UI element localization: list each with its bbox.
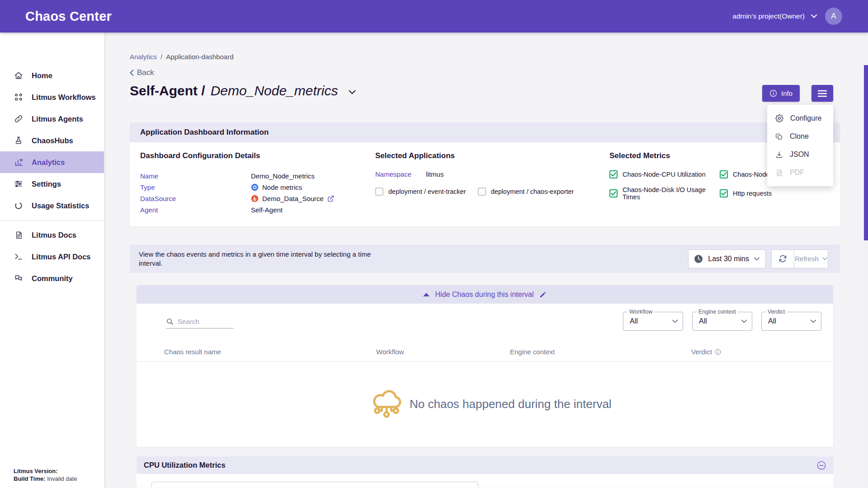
collapse-minus-icon[interactable]: [817, 461, 826, 470]
breadcrumb-analytics[interactable]: Analytics: [130, 53, 157, 61]
analytics-icon: [14, 157, 24, 167]
sidebar-item-usage-statistics[interactable]: Usage Statistics: [0, 195, 104, 216]
title-dashboard: Demo_Node_metrics: [211, 83, 338, 99]
copy-icon: [775, 133, 783, 141]
menu-item-label: Clone: [790, 132, 809, 141]
column-engine-context: Engine context: [510, 348, 691, 356]
info-button-label: Info: [781, 89, 793, 97]
checkbox-event-tracker[interactable]: deployment / event-tracker: [375, 188, 466, 196]
sidebar-item-home[interactable]: Home: [0, 65, 104, 86]
menu-item-label: PDF: [790, 169, 804, 177]
time-range-button[interactable]: Last 30 mins: [688, 249, 766, 268]
avatar[interactable]: A: [825, 8, 842, 25]
metric-checkbox-cpu-utilization[interactable]: Chaos-Node-CPU Utilization: [609, 170, 720, 178]
chevron-down-icon: [811, 14, 817, 18]
scrollbar-thumb[interactable]: [864, 65, 868, 240]
workflow-filter-value: All: [630, 317, 638, 325]
node-metrics-icon: [251, 183, 259, 191]
sidebar-item-label: Community: [32, 274, 73, 283]
config-row-name: Name Demo_Node_metrics: [140, 170, 375, 182]
file-icon: [775, 169, 783, 177]
configuration-title: Dashboard Configuration Details: [140, 151, 375, 160]
engine-context-filter-label: Engine context: [697, 309, 738, 315]
configuration-details: Dashboard Configuration Details Name Dem…: [140, 151, 375, 216]
pencil-icon[interactable]: [539, 291, 547, 298]
checkbox-unchecked: [478, 188, 486, 196]
prometheus-icon: [251, 195, 259, 202]
info-icon: [769, 89, 777, 97]
menu-item-pdf[interactable]: PDF: [767, 164, 833, 182]
community-icon: [14, 273, 24, 283]
sidebar-item-label: Litmus Docs: [32, 231, 76, 239]
metric-checkbox-disk-io-times[interactable]: Chaos-Node-Disk I/O Usage Times: [609, 186, 720, 201]
refresh-interval-button[interactable]: Refresh: [794, 250, 828, 268]
build-time-label: Build Time:: [14, 475, 46, 482]
sidebar-item-label: Settings: [32, 180, 61, 188]
sidebar-item-label: Litmus Agents: [32, 115, 83, 123]
chevron-down-icon: [754, 257, 760, 261]
home-icon: [14, 70, 24, 80]
breadcrumb: Analytics / Application-dashboard: [130, 53, 840, 61]
menu-item-json[interactable]: JSON: [767, 145, 833, 164]
hide-chaos-toggle[interactable]: Hide Chaos during this interval: [137, 285, 833, 304]
more-options-button[interactable]: [811, 85, 833, 102]
sidebar-item-label: Home: [32, 71, 52, 80]
sidebar-item-analytics[interactable]: Analytics: [0, 151, 104, 173]
breadcrumb-separator: /: [160, 53, 162, 61]
menu-item-label: Configure: [790, 114, 821, 122]
project-name: admin's project(Owner): [732, 12, 805, 20]
workflow-filter-select[interactable]: Workflow All: [623, 312, 683, 331]
hide-chaos-label: Hide Chaos during this interval: [435, 291, 534, 299]
sidebar-item-label: ChaosHubs: [32, 136, 73, 145]
menu-item-clone[interactable]: Clone: [767, 127, 833, 145]
back-label: Back: [137, 68, 154, 77]
chevron-left-icon: [130, 70, 134, 76]
search-input[interactable]: [178, 318, 228, 325]
sidebar-item-chaoshubs[interactable]: ChaosHubs: [0, 130, 104, 151]
time-range-value: Last 30 mins: [708, 255, 749, 263]
info-circle-icon[interactable]: [715, 349, 721, 355]
flask-icon: [14, 136, 24, 145]
checkbox-unchecked: [375, 188, 383, 196]
cpu-metrics-accordion[interactable]: CPU Utilization Metrics: [137, 456, 833, 474]
selected-applications: Selected Applications Namespace litmus d…: [375, 151, 609, 216]
verdict-filter-select[interactable]: Verdict All: [761, 312, 821, 331]
project-selector[interactable]: admin's project(Owner): [732, 12, 817, 20]
verdict-filter-value: All: [768, 317, 776, 325]
sidebar-item-litmus-docs[interactable]: Litmus Docs: [0, 224, 104, 246]
verdict-filter-label: Verdict: [766, 309, 787, 315]
sidebar-item-litmus-api-docs[interactable]: Litmus API Docs: [0, 246, 104, 267]
title-chevron-down-icon[interactable]: [349, 90, 356, 94]
sidebar-item-settings[interactable]: Settings: [0, 173, 104, 195]
external-link-icon[interactable]: [327, 195, 334, 202]
panel-title: Application Dashboard Information: [130, 122, 840, 142]
link-icon: [14, 114, 24, 124]
dashboard-info-panel: Application Dashboard Information Dashbo…: [130, 122, 840, 226]
search-icon: [166, 318, 174, 325]
back-button[interactable]: Back: [130, 68, 154, 77]
download-icon: [775, 151, 783, 159]
checkbox-checked: [609, 170, 618, 178]
sidebar-item-litmus-workflows[interactable]: Litmus Workflows: [0, 86, 104, 108]
options-dropdown-menu: Configure Clone JSON: [767, 105, 833, 186]
chaos-events-card: Hide Chaos during this interval Workflow…: [137, 285, 833, 447]
empty-message: No chaos happened during the interval: [410, 397, 612, 411]
app-title: Chaos Center: [25, 9, 112, 24]
sidebar-item-litmus-agents[interactable]: Litmus Agents: [0, 108, 104, 130]
hamburger-icon: [817, 90, 827, 97]
sidebar-item-label: Analytics: [32, 158, 65, 167]
namespace-label: Namespace: [375, 170, 411, 178]
menu-item-configure[interactable]: Configure: [767, 109, 833, 127]
metric-checkbox-http-requests[interactable]: Http requests: [720, 186, 840, 201]
empty-state: No chaos happened during the interval: [137, 361, 833, 447]
engine-context-filter-select[interactable]: Engine context All: [692, 312, 752, 331]
info-button[interactable]: Info: [762, 85, 800, 102]
chevron-down-icon: [672, 319, 678, 323]
page-scrollbar[interactable]: [864, 65, 868, 488]
refresh-now-button[interactable]: [772, 250, 794, 268]
version-info: Litmus Version: Build Time: Invalid date: [14, 467, 77, 483]
sidebar: Home Litmus Workflows Litmus Agents Chao…: [0, 33, 104, 488]
sidebar-item-community[interactable]: Community: [0, 267, 104, 289]
menu-item-label: JSON: [790, 150, 809, 159]
checkbox-chaos-exporter[interactable]: deployment / chaos-exporter: [478, 188, 574, 196]
